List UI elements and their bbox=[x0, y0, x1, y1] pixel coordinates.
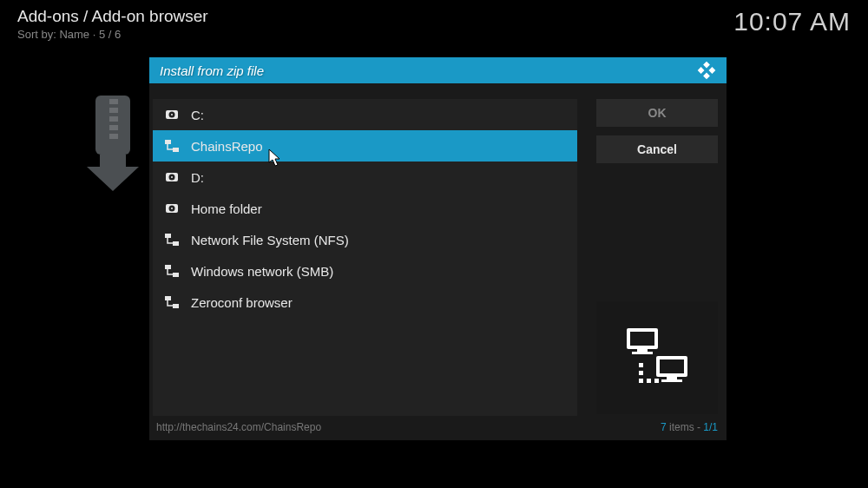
header-left: Add-ons / Add-on browser Sort by: Name ·… bbox=[17, 7, 208, 41]
svg-rect-36 bbox=[639, 371, 643, 375]
svg-rect-23 bbox=[165, 265, 171, 269]
preview-thumbnail bbox=[596, 301, 718, 414]
svg-rect-30 bbox=[632, 352, 653, 354]
file-item[interactable]: D: bbox=[153, 162, 577, 193]
file-list[interactable]: C:ChainsRepoD:Home folderNetwork File Sy… bbox=[153, 99, 577, 416]
svg-rect-13 bbox=[165, 140, 171, 144]
right-panel: OK Cancel bbox=[596, 99, 718, 416]
svg-rect-32 bbox=[660, 359, 684, 373]
kodi-logo-icon bbox=[697, 61, 716, 80]
network-share-icon bbox=[165, 139, 179, 153]
file-item-label: Windows network (SMB) bbox=[191, 264, 333, 279]
file-item-label: Zeroconf browser bbox=[191, 295, 293, 310]
footer-count: 7 items - 1/1 bbox=[661, 421, 718, 433]
file-item-label: Home folder bbox=[191, 201, 262, 216]
svg-rect-39 bbox=[654, 379, 659, 383]
drive-icon bbox=[165, 170, 179, 184]
file-item[interactable]: Network File System (NFS) bbox=[153, 224, 577, 255]
svg-rect-35 bbox=[639, 363, 643, 367]
file-item[interactable]: Windows network (SMB) bbox=[153, 255, 577, 287]
network-share-icon bbox=[165, 264, 179, 278]
breadcrumb: Add-ons / Add-on browser bbox=[17, 7, 208, 26]
svg-rect-33 bbox=[667, 377, 677, 379]
network-computers-icon bbox=[618, 323, 696, 392]
svg-rect-8 bbox=[709, 67, 716, 74]
svg-rect-3 bbox=[109, 116, 118, 122]
svg-rect-6 bbox=[703, 62, 710, 69]
dialog-title: Install from zip file bbox=[160, 63, 264, 78]
svg-rect-29 bbox=[637, 349, 648, 352]
file-item-label: C: bbox=[191, 108, 204, 122]
dialog-footer: http://thechains24.com/ChainsRepo 7 item… bbox=[149, 416, 727, 440]
svg-point-12 bbox=[171, 114, 173, 115]
svg-rect-34 bbox=[661, 379, 682, 382]
svg-rect-37 bbox=[639, 379, 643, 383]
svg-rect-22 bbox=[173, 241, 179, 246]
file-item[interactable]: C: bbox=[153, 99, 577, 130]
svg-rect-5 bbox=[109, 134, 118, 139]
header-bar: Add-ons / Add-on browser Sort by: Name ·… bbox=[17, 7, 851, 41]
svg-rect-21 bbox=[165, 234, 171, 238]
svg-rect-24 bbox=[173, 273, 179, 277]
svg-rect-14 bbox=[173, 148, 179, 152]
drive-icon bbox=[165, 108, 179, 122]
install-zip-dialog: Install from zip file C:ChainsRepoD:Home… bbox=[149, 57, 727, 440]
svg-point-17 bbox=[171, 176, 173, 178]
network-share-icon bbox=[165, 295, 179, 309]
svg-rect-4 bbox=[109, 125, 118, 130]
svg-rect-7 bbox=[698, 67, 705, 74]
file-item[interactable]: Zeroconf browser bbox=[153, 287, 577, 318]
file-item[interactable]: Home folder bbox=[153, 193, 577, 224]
file-item-label: Network File System (NFS) bbox=[191, 233, 349, 247]
file-item-label: ChainsRepo bbox=[191, 139, 263, 154]
svg-rect-26 bbox=[173, 304, 179, 308]
cancel-button[interactable]: Cancel bbox=[596, 135, 718, 163]
svg-rect-9 bbox=[703, 73, 710, 80]
clock: 10:07 AM bbox=[733, 7, 851, 36]
file-item-label: D: bbox=[191, 170, 204, 185]
sort-info: Sort by: Name · 5 / 6 bbox=[17, 28, 208, 41]
svg-point-20 bbox=[171, 208, 173, 209]
svg-rect-38 bbox=[647, 379, 651, 383]
network-share-icon bbox=[165, 233, 179, 247]
svg-rect-28 bbox=[630, 332, 654, 346]
cursor-icon bbox=[268, 148, 284, 168]
zip-arrow-icon bbox=[87, 96, 148, 191]
svg-rect-2 bbox=[109, 108, 118, 113]
ok-button[interactable]: OK bbox=[596, 99, 718, 127]
footer-path: http://thechains24.com/ChainsRepo bbox=[156, 421, 321, 433]
file-item[interactable]: ChainsRepo bbox=[153, 130, 577, 162]
svg-rect-25 bbox=[165, 296, 171, 300]
dialog-body: C:ChainsRepoD:Home folderNetwork File Sy… bbox=[149, 83, 727, 416]
svg-rect-1 bbox=[109, 99, 118, 104]
dialog-titlebar: Install from zip file bbox=[149, 57, 727, 83]
drive-icon bbox=[165, 201, 179, 215]
